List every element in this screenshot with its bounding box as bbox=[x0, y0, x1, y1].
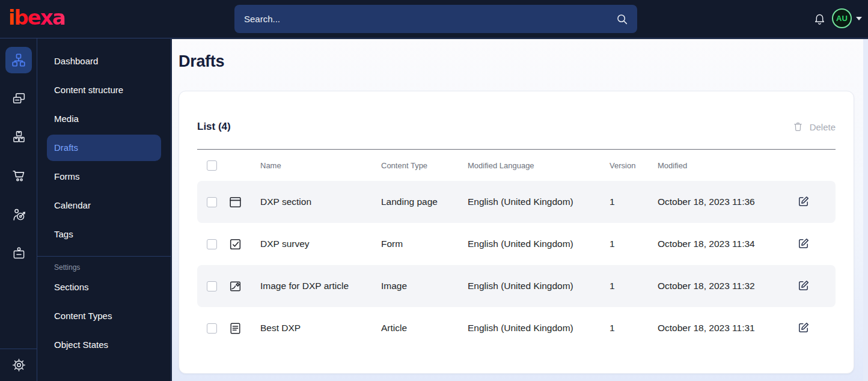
search-input[interactable] bbox=[234, 5, 616, 33]
edit-icon bbox=[796, 279, 810, 293]
page-title: Drafts bbox=[179, 52, 224, 71]
row-checkbox[interactable] bbox=[207, 323, 217, 334]
table-row[interactable]: Best DXP Article English (United Kingdom… bbox=[197, 307, 836, 349]
draft-name: Best DXP bbox=[257, 323, 381, 334]
sidebar-item-calendar[interactable]: Calendar bbox=[37, 191, 171, 220]
draft-language: English (United Kingdom) bbox=[468, 197, 610, 207]
column-modified-language: Modified Language bbox=[468, 161, 610, 170]
sidebar-item-sections[interactable]: Sections bbox=[37, 273, 171, 302]
ibexa-logo[interactable]: ibexa bbox=[8, 5, 65, 29]
edit-button[interactable] bbox=[796, 321, 810, 335]
sidebar-section-settings: Settings bbox=[37, 257, 171, 273]
global-search bbox=[234, 5, 637, 33]
edit-button[interactable] bbox=[796, 195, 810, 209]
personalization-icon[interactable] bbox=[11, 207, 26, 222]
sitemap-icon bbox=[11, 52, 26, 68]
draft-version: 1 bbox=[610, 197, 658, 207]
draft-name: DXP section bbox=[257, 197, 381, 207]
row-checkbox[interactable] bbox=[207, 239, 217, 249]
draft-modified: October 18, 2023 11:36 bbox=[658, 197, 796, 207]
draft-content-type: Landing page bbox=[381, 197, 468, 207]
pages-icon[interactable] bbox=[11, 91, 26, 106]
avatar[interactable]: AU bbox=[832, 8, 852, 28]
draft-version: 1 bbox=[610, 239, 658, 249]
draft-language: English (United Kingdom) bbox=[468, 323, 610, 334]
icon-rail bbox=[0, 38, 37, 381]
delete-button[interactable]: Delete bbox=[792, 121, 836, 133]
draft-language: English (United Kingdom) bbox=[468, 239, 610, 249]
column-name: Name bbox=[257, 161, 381, 170]
list-title: List (4) bbox=[197, 121, 231, 133]
row-checkbox[interactable] bbox=[207, 281, 217, 291]
edit-icon bbox=[796, 321, 810, 335]
rail-item-content[interactable] bbox=[5, 47, 32, 73]
draft-modified: October 18, 2023 11:34 bbox=[658, 239, 796, 249]
main-content: Drafts List (4) Delete Name Content Type… bbox=[172, 39, 863, 381]
sidebar-item-forms[interactable]: Forms bbox=[37, 162, 171, 191]
edit-icon bbox=[796, 195, 810, 209]
packages-icon[interactable] bbox=[11, 129, 26, 144]
rail-divider bbox=[0, 349, 37, 349]
topbar: ibexa AU bbox=[0, 0, 868, 38]
sidebar-item-content-types[interactable]: Content Types bbox=[37, 302, 171, 331]
chevron-down-icon[interactable] bbox=[856, 17, 862, 20]
column-content-type: Content Type bbox=[381, 161, 468, 170]
delete-label: Delete bbox=[810, 122, 836, 132]
edit-button[interactable] bbox=[796, 279, 810, 293]
draft-modified: October 18, 2023 11:31 bbox=[658, 323, 796, 334]
sidebar-item-object-states[interactable]: Object States bbox=[37, 331, 171, 359]
draft-content-type: Article bbox=[381, 323, 468, 334]
draft-modified: October 18, 2023 11:32 bbox=[658, 281, 796, 291]
sidebar-item-dashboard[interactable]: Dashboard bbox=[37, 47, 171, 76]
sidebar-item-content-structure[interactable]: Content structure bbox=[37, 76, 171, 105]
form-icon bbox=[228, 237, 243, 252]
image-icon bbox=[228, 279, 243, 294]
app-root: ibexa AU bbox=[0, 0, 868, 381]
draft-language: English (United Kingdom) bbox=[468, 281, 610, 291]
draft-name: DXP survey bbox=[257, 239, 381, 249]
draft-version: 1 bbox=[610, 323, 658, 334]
scrollbar[interactable] bbox=[863, 39, 868, 381]
bell-icon[interactable] bbox=[813, 12, 827, 26]
draft-version: 1 bbox=[610, 281, 658, 291]
draft-content-type: Image bbox=[381, 281, 468, 291]
row-checkbox[interactable] bbox=[207, 197, 217, 207]
badge-icon[interactable] bbox=[11, 246, 26, 261]
cart-icon[interactable] bbox=[11, 168, 26, 183]
landing-page-icon bbox=[228, 195, 243, 210]
select-all-checkbox[interactable] bbox=[207, 160, 217, 171]
list-header: List (4) Delete bbox=[197, 91, 836, 149]
column-version: Version bbox=[610, 161, 658, 170]
trash-icon bbox=[792, 121, 804, 133]
table-row[interactable]: Image for DXP article Image English (Uni… bbox=[197, 265, 836, 307]
article-icon bbox=[228, 321, 243, 336]
sidebar-item-drafts[interactable]: Drafts bbox=[47, 135, 161, 161]
drafts-card: List (4) Delete Name Content Type Modifi… bbox=[179, 91, 854, 374]
table-header: Name Content Type Modified Language Vers… bbox=[197, 149, 836, 181]
gear-icon[interactable] bbox=[11, 358, 26, 373]
sidebar-item-tags[interactable]: Tags bbox=[37, 220, 171, 249]
draft-name: Image for DXP article bbox=[257, 281, 381, 291]
draft-content-type: Form bbox=[381, 239, 468, 249]
edit-icon bbox=[796, 237, 810, 251]
search-icon[interactable] bbox=[616, 13, 629, 26]
table-row[interactable]: DXP survey Form English (United Kingdom)… bbox=[197, 223, 836, 265]
sidebar-menu: Dashboard Content structure Media Drafts… bbox=[37, 38, 171, 381]
table-row[interactable]: DXP section Landing page English (United… bbox=[197, 181, 836, 223]
sidebar-item-media[interactable]: Media bbox=[37, 105, 171, 133]
edit-button[interactable] bbox=[796, 237, 810, 251]
column-modified: Modified bbox=[658, 161, 796, 170]
